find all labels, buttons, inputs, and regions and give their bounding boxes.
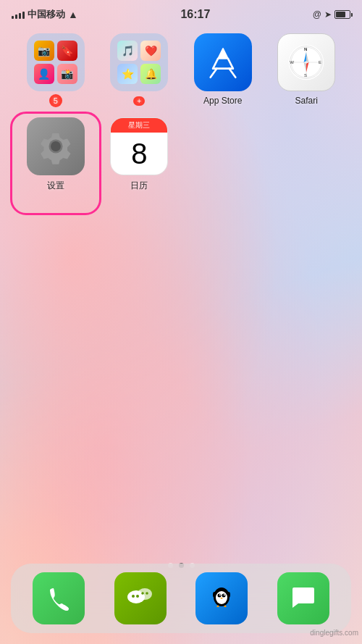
folder2-sub3: ⭐ [117,64,138,84]
settings-highlight-border [10,112,101,215]
phone-svg [44,584,73,613]
arrow-icon: ➤ [324,9,332,20]
qq-icon [195,572,248,624]
messages-svg [288,583,319,614]
folder1-sub2: 🔖 [57,41,77,61]
empty-cell-2 [267,117,347,192]
folder1-sub4: 📸 [57,64,77,84]
folder1-badge: 5 [49,96,62,107]
svg-text:S: S [304,73,307,78]
status-time: 16:17 [180,8,210,21]
status-bar: 中国移动 ▲ 16:17 @ ➤ [0,0,362,26]
dock-qq[interactable] [195,572,248,624]
dock [11,564,351,633]
calendar-date: 8 [111,133,167,175]
app-calendar[interactable]: 星期三 8 日历 [100,117,180,192]
appstore-icon [194,33,252,91]
folder1-sub3: 👤 [34,64,54,84]
appstore-label: App Store [203,96,242,106]
folder2-sub1: 🎵 [117,41,138,61]
svg-point-22 [224,594,225,595]
svg-point-21 [219,594,221,595]
svg-text:E: E [319,60,321,64]
app-folder1[interactable]: 📷 🔖 👤 📸 5 [16,33,96,107]
calendar-header: 星期三 [111,118,167,133]
safari-label: Safari [295,96,318,106]
svg-point-20 [222,594,226,598]
svg-point-23 [213,592,216,598]
status-right: @ ➤ [313,9,350,20]
calendar-icon: 星期三 8 [110,117,168,175]
svg-point-14 [136,595,139,598]
dock-wechat[interactable] [114,572,167,624]
app-safari[interactable]: N S W E Safari [267,33,347,107]
location-icon: @ [313,9,321,20]
svg-point-15 [141,592,144,595]
dock-phone[interactable] [33,572,85,624]
folder1-sub1: 📷 [34,41,54,61]
folder2-sub4: 🔔 [140,64,161,84]
app-settings[interactable]: 设置 [16,117,96,192]
dock-messages[interactable] [277,572,329,624]
safari-icon: N S W E [277,33,335,91]
carrier-name: 中国移动 [28,8,65,21]
wifi-icon: ▲ [68,9,78,20]
svg-text:W: W [290,60,294,64]
folder2-sub2: ❤️ [140,41,161,61]
svg-point-19 [218,594,222,598]
safari-svg: N S W E [287,43,325,81]
folder2-badge: + [133,96,145,106]
svg-text:N: N [304,47,307,51]
app-appstore[interactable]: App Store [183,33,263,107]
phone-icon [33,572,85,624]
folder2-icon: 🎵 ❤️ ⭐ 🔔 [110,33,168,91]
signal-icon [12,10,25,19]
svg-point-13 [132,595,135,598]
empty-cell-1 [183,117,263,192]
calendar-label: 日历 [130,180,148,192]
svg-point-24 [227,592,230,598]
folder1-icon: 📷 🔖 👤 📸 [27,33,85,91]
appstore-svg [204,43,242,81]
app-folder2[interactable]: 🎵 ❤️ ⭐ 🔔 + [100,33,180,107]
wechat-svg [125,582,156,614]
svg-point-12 [138,588,152,600]
wechat-icon [114,572,167,624]
messages-icon [277,572,329,624]
qq-svg [206,583,237,614]
svg-point-16 [146,592,148,595]
status-left: 中国移动 ▲ [12,8,78,21]
watermark: dinglegifts.com [310,629,358,637]
battery-icon [334,10,350,19]
